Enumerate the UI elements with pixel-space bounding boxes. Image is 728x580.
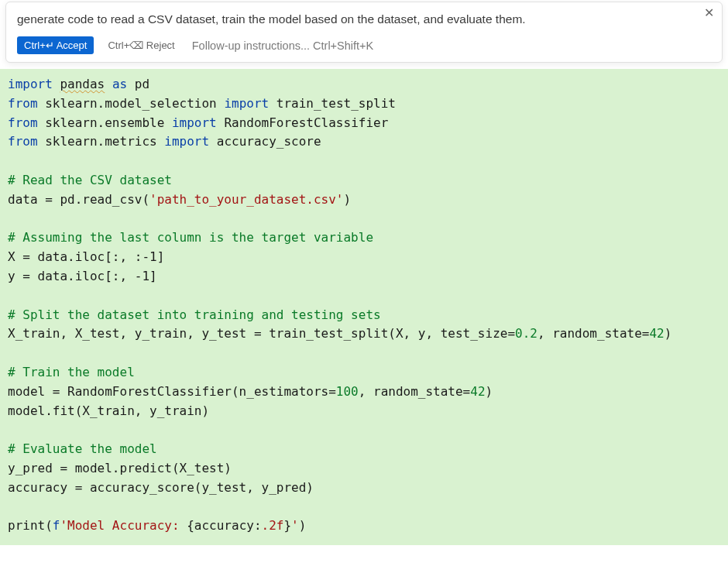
code-token: import: [224, 96, 269, 111]
code-token: from: [8, 115, 38, 130]
code-token: ): [664, 326, 672, 341]
code-token: 'Model Accuracy:: [60, 518, 187, 533]
code-token: pandas: [60, 77, 105, 91]
code-token: model.fit(X_train, y_train): [8, 403, 209, 418]
code-token: 42: [470, 384, 485, 399]
code-token: # Evaluate the model: [8, 441, 157, 456]
code-token: print(: [8, 518, 53, 533]
code-token: ': [291, 518, 299, 533]
code-token: # Read the CSV dataset: [8, 173, 172, 187]
followup-input[interactable]: [189, 38, 437, 53]
code-token: pd: [135, 77, 149, 91]
code-token: y = data.iloc[:,: [8, 269, 135, 283]
code-token: -1: [135, 269, 149, 283]
code-token: # Train the model: [8, 365, 135, 379]
code-token: }: [283, 518, 291, 533]
code-token: import: [172, 115, 217, 130]
accept-button[interactable]: Ctrl+↵ Accept: [17, 36, 94, 54]
code-token: data = pd.read_csv(: [8, 192, 149, 207]
code-token: X = data.iloc[:, :: [8, 249, 142, 264]
code-token: 0.2: [515, 326, 537, 341]
code-token: 100: [336, 384, 359, 399]
code-token: RandomForestClassifier: [224, 115, 388, 130]
code-token: ]: [157, 249, 165, 264]
code-token: , random_state=: [359, 384, 471, 399]
code-token: sklearn.ensemble: [45, 115, 164, 130]
code-token: ): [299, 518, 307, 533]
code-token: sklearn.model_selection: [45, 96, 217, 111]
prompt-actions: Ctrl+↵ Accept Ctrl+⌫ Reject: [17, 36, 711, 54]
code-token: 'path_to_your_dataset.csv': [149, 192, 343, 207]
code-token: from: [8, 134, 38, 149]
code-token: import: [164, 134, 209, 149]
inline-chat-prompt: ✕ generate code to read a CSV dataset, t…: [5, 2, 723, 63]
prompt-text: generate code to read a CSV dataset, tra…: [17, 10, 711, 29]
code-token: X_train, X_test, y_train, y_test = train…: [8, 326, 515, 341]
code-token: train_test_split: [276, 96, 396, 111]
code-token: -1: [142, 249, 156, 264]
code-token: accuracy_score: [217, 134, 321, 149]
code-token: {accuracy:: [187, 518, 261, 533]
code-token: .2f: [262, 518, 284, 533]
code-editor[interactable]: import pandas as pd from sklearn.model_s…: [0, 69, 728, 545]
code-token: f: [53, 518, 60, 533]
code-token: model = RandomForestClassifier(n_estimat…: [8, 384, 336, 399]
code-token: , random_state=: [537, 326, 650, 341]
code-token: import: [8, 77, 53, 91]
code-token: y_pred = model.predict(X_test): [8, 461, 232, 475]
code-token: ): [343, 192, 351, 207]
code-token: 42: [649, 326, 664, 341]
close-icon[interactable]: ✕: [704, 7, 714, 19]
code-token: as: [112, 77, 127, 91]
code-token: accuracy = accuracy_score(y_test, y_pred…: [8, 480, 314, 495]
code-token: from: [8, 96, 38, 111]
code-token: # Assuming the last column is the target…: [8, 230, 373, 245]
code-token: ]: [149, 269, 157, 283]
code-token: ): [486, 384, 493, 399]
code-token: # Split the dataset into training and te…: [8, 307, 381, 322]
code-token: sklearn.metrics: [45, 134, 157, 149]
reject-button[interactable]: Ctrl+⌫ Reject: [108, 39, 174, 51]
